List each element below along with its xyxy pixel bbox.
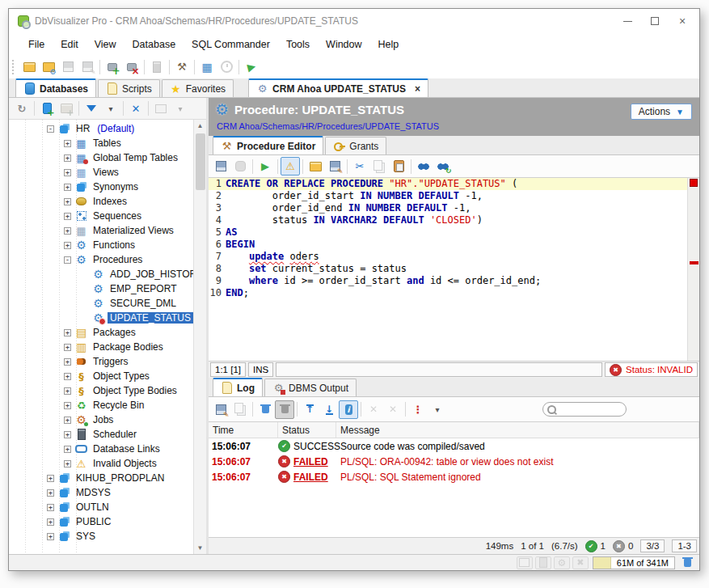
caret-button[interactable] [428, 400, 447, 419]
code-line-10[interactable]: 10END; [209, 287, 687, 299]
expander-plus-icon[interactable]: + [64, 227, 71, 235]
actions-button[interactable]: Actions ▼ [631, 104, 692, 120]
tree-item-add-job-history[interactable]: ADD_JOB_HISTORY [9, 267, 193, 281]
maximize-button[interactable] [641, 11, 669, 32]
folder-settings-button[interactable] [39, 57, 58, 76]
column-header-time[interactable]: Time [209, 422, 278, 438]
expander-plus-icon[interactable]: + [47, 533, 54, 540]
go-arrow-button[interactable] [242, 57, 261, 76]
tree-item-synonyms[interactable]: +Synonyms [9, 180, 193, 194]
log-row[interactable]: 15:06:07FAILEDPL/SQL: ORA-00942: table o… [209, 454, 699, 469]
tree-item-materialized-views[interactable]: +Materialized Views [9, 223, 193, 238]
expander-plus-icon[interactable]: + [64, 373, 71, 380]
expander-minus-icon[interactable]: - [47, 125, 54, 133]
tree-item-tables[interactable]: +Tables [9, 136, 193, 150]
tree-item-indexes[interactable]: +Indexes [9, 194, 193, 209]
expander-plus-icon[interactable]: + [64, 140, 71, 147]
export-button[interactable] [211, 400, 230, 419]
caret-button[interactable] [101, 99, 120, 118]
tab-close-icon[interactable]: × [415, 83, 420, 95]
expander-plus-icon[interactable]: + [64, 431, 71, 438]
cut-button[interactable] [350, 157, 369, 176]
tree-item-sequences[interactable]: +Sequences [9, 209, 193, 223]
tab-procedure-editor[interactable]: Procedure Editor [213, 136, 323, 154]
error-marker-line7-icon[interactable] [690, 261, 698, 264]
scrollbar-thumb[interactable] [196, 133, 205, 190]
column-header-status[interactable]: Status [278, 422, 336, 438]
tree-item-global-temp-tables[interactable]: +Global Temp Tables [9, 150, 193, 165]
open-folder-button[interactable] [306, 157, 325, 176]
find-button[interactable] [414, 157, 433, 176]
close-button[interactable]: × [669, 11, 696, 32]
memory-gauge[interactable]: 61M of 341M [593, 556, 675, 569]
save-as-button[interactable] [325, 157, 344, 176]
expander-plus-icon[interactable]: + [47, 504, 54, 511]
tree-item-kihub-prodplan[interactable]: +KIHUB_PRODPLAN [9, 471, 193, 485]
error-stripe[interactable] [687, 178, 699, 361]
execute-button[interactable] [255, 157, 275, 176]
breadcrumb[interactable]: CRM Ahoa/Schemas/HR/Procedures/UPDATE_ST… [217, 121, 693, 131]
expander-plus-icon[interactable]: + [64, 402, 71, 409]
code-line-7[interactable]: 7 update oders [209, 251, 687, 263]
tab-dbms-output[interactable]: DBMS Output [264, 379, 357, 396]
tab-crm-ahoa-update-status[interactable]: CRM Ahoa UPDATE_STATUS × [248, 78, 428, 97]
expander-plus-icon[interactable]: + [47, 475, 54, 482]
tree-item-hr[interactable]: -HR(Default) [9, 121, 193, 136]
error-marker-top-icon[interactable] [690, 179, 698, 187]
tree-item-outln[interactable]: +OUTLN [9, 500, 193, 514]
tree-item-jobs[interactable]: +Jobs [9, 412, 193, 427]
delete-button[interactable] [255, 400, 275, 419]
tree-item-functions[interactable]: +Functions [9, 238, 193, 252]
expander-plus-icon[interactable]: + [64, 358, 71, 366]
tree-item-database-links[interactable]: +Database Links [9, 442, 193, 456]
log-row[interactable]: 15:06:07FAILEDPL/SQL: SQL Statement igno… [209, 469, 699, 484]
toolbar-grip[interactable] [12, 60, 16, 74]
code-line-3[interactable]: 3 order_id_end IN NUMBER DEFAULT -1, [209, 202, 687, 214]
overflow-button[interactable] [408, 400, 428, 419]
expander-plus-icon[interactable]: + [64, 154, 71, 162]
menu-database[interactable]: Database [124, 36, 184, 53]
code-line-9[interactable]: 9 where id >= order_id_start and id <= o… [209, 275, 687, 287]
tree-item-object-types[interactable]: +Object Types [9, 369, 193, 383]
open-folder-button[interactable] [19, 57, 39, 76]
log-row[interactable]: 15:06:07SUCCESSSource code was compiled/… [209, 438, 699, 454]
connect-button[interactable] [103, 57, 122, 76]
paste-button[interactable] [389, 157, 408, 176]
gc-trash-button[interactable] [679, 556, 695, 569]
expander-plus-icon[interactable]: + [64, 387, 71, 395]
code-line-5[interactable]: 5AS [209, 226, 687, 239]
tree-item-public[interactable]: +PUBLIC [9, 514, 193, 529]
tree-item-packages[interactable]: +Packages [9, 325, 193, 340]
menu-file[interactable]: File [20, 36, 53, 53]
minimize-button[interactable] [614, 11, 641, 32]
log-search-box[interactable] [542, 402, 627, 417]
code-editor[interactable]: 1CREATE OR REPLACE PROCEDURE "HR"."UPDAT… [209, 177, 699, 361]
menu-view[interactable]: View [87, 36, 124, 53]
tree-item-views[interactable]: +Views [9, 165, 193, 180]
delete-all-button[interactable] [275, 400, 294, 419]
scroll-up-icon[interactable]: ▲ [197, 120, 204, 132]
tab-scripts[interactable]: Scripts [98, 79, 160, 97]
tab-favorites[interactable]: Favorites [162, 79, 234, 97]
tree-item-object-type-bodies[interactable]: +Object Type Bodies [9, 383, 193, 398]
expander-plus-icon[interactable]: + [64, 184, 71, 191]
warning-button[interactable] [281, 157, 300, 176]
tree-item-recycle-bin[interactable]: +Recycle Bin [9, 398, 193, 412]
expander-minus-icon[interactable]: - [64, 256, 71, 264]
tree-item-procedures[interactable]: -Procedures [9, 252, 193, 267]
tree-item-invalid-objects[interactable]: +Invalid Objects [9, 456, 193, 471]
code-line-8[interactable]: 8 set current_status = status [209, 263, 687, 275]
expander-plus-icon[interactable]: + [64, 213, 71, 220]
expander-plus-icon[interactable]: + [64, 242, 71, 249]
code-line-4[interactable]: 4 status IN VARCHAR2 DEFAULT 'CLOSED') [209, 214, 687, 226]
scroll-bottom-button[interactable] [319, 400, 339, 419]
grid-window-button[interactable] [197, 57, 217, 76]
menu-edit[interactable]: Edit [53, 36, 87, 53]
disconnect-button[interactable] [122, 57, 141, 76]
tree-item-emp-report[interactable]: EMP_REPORT [9, 281, 193, 296]
menu-help[interactable]: Help [370, 36, 407, 53]
filter-button[interactable] [82, 99, 101, 118]
tree-item-secure-dml[interactable]: SECURE_DML [9, 296, 193, 311]
add-connection-button[interactable] [37, 99, 57, 118]
tree-scrollbar[interactable]: ▲ ▼ [193, 120, 206, 554]
